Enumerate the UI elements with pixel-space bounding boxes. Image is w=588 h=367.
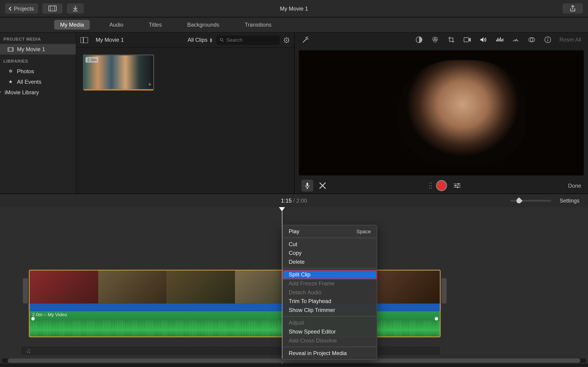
video-preview[interactable]: [299, 50, 584, 175]
disclosure-triangle-icon[interactable]: [0, 91, 1, 93]
menu-item-copy[interactable]: Copy: [283, 249, 377, 258]
speed-icon[interactable]: [511, 35, 520, 44]
crop-icon[interactable]: [447, 35, 456, 44]
tab-audio[interactable]: Audio: [103, 20, 129, 30]
svg-point-36: [457, 183, 459, 185]
clip-filter-icon[interactable]: [527, 35, 536, 44]
svg-line-8: [222, 41, 223, 42]
filmstrip-icon: [8, 47, 14, 52]
done-button[interactable]: Done: [568, 183, 581, 189]
download-button[interactable]: [67, 3, 84, 14]
reset-all-button[interactable]: Reset All: [560, 36, 581, 43]
video-track[interactable]: [29, 270, 441, 303]
tab-transitions[interactable]: Transitions: [239, 20, 277, 30]
magic-wand-icon[interactable]: [301, 35, 310, 44]
media-toolbar: My Movie 1 All Clips ▲▼: [76, 33, 294, 48]
chevron-left-icon: [9, 6, 13, 10]
svg-point-37: [454, 185, 456, 186]
svg-point-28: [431, 183, 432, 184]
playhead-marker-icon[interactable]: [279, 207, 285, 211]
preview-frame-content: [398, 60, 527, 165]
zoom-slider-thumb[interactable]: [515, 197, 523, 204]
info-icon[interactable]: [544, 35, 552, 44]
background-music-well[interactable]: ♫: [20, 346, 441, 356]
voiceover-options-icon[interactable]: [453, 183, 461, 189]
menu-item-trim-to-playhead[interactable]: Trim To Playhead: [283, 297, 377, 306]
timecode-sep: /: [293, 198, 295, 204]
star-icon: ★: [8, 79, 14, 84]
timeline-clip[interactable]: 2.0m – My Video: [29, 270, 441, 337]
menu-item-split-clip[interactable]: Split Clip: [283, 270, 377, 279]
audio-track[interactable]: 2.0m – My Video: [29, 311, 441, 337]
search-input[interactable]: [226, 37, 276, 43]
svg-point-24: [547, 38, 548, 39]
close-voiceover-button[interactable]: [318, 181, 327, 190]
menu-item-play[interactable]: Play Space: [283, 227, 377, 236]
record-button[interactable]: [436, 180, 447, 191]
menu-item-show-speed-editor[interactable]: Show Speed Editor: [283, 327, 377, 336]
menu-separator: [283, 316, 377, 317]
tab-titles[interactable]: Titles: [143, 20, 168, 30]
tab-backgrounds[interactable]: Backgrounds: [181, 20, 225, 30]
add-clip-icon[interactable]: +: [148, 81, 152, 87]
video-frame-thumb: [166, 271, 235, 304]
audio-keyframe[interactable]: [31, 317, 35, 320]
video-frame-thumb: [98, 271, 166, 304]
main-area: PROJECT MEDIA My Movie 1 LIBRARIES ✲ Pho…: [0, 33, 588, 194]
filter-label: All Clips: [188, 37, 208, 43]
menu-shortcut: Space: [356, 228, 371, 234]
share-icon: [570, 5, 576, 12]
timeline-header: 1:15 / 2:00 Settings: [0, 194, 588, 207]
tab-my-media[interactable]: My Media: [54, 20, 90, 30]
media-browser: My Movie 1 All Clips ▲▼ 2.0m +: [76, 33, 295, 194]
sidebar-photos-label: Photos: [17, 68, 34, 75]
sidebar-all-events-label: All Events: [17, 79, 42, 85]
photos-icon: ✲: [8, 69, 14, 74]
clips-filter-dropdown[interactable]: All Clips ▲▼: [188, 37, 213, 43]
timeline-clip-bar[interactable]: [29, 303, 441, 311]
svg-point-13: [308, 39, 309, 39]
audio-keyframe[interactable]: [435, 317, 438, 320]
search-box[interactable]: [216, 35, 280, 45]
menu-item-reveal-in-project-media[interactable]: Reveal in Project Media: [283, 349, 377, 358]
timeline-settings-button[interactable]: Settings: [560, 198, 579, 204]
sidebar-header-project-media: PROJECT MEDIA: [0, 33, 76, 44]
menu-item-delete[interactable]: Delete: [283, 257, 377, 266]
timecode-duration: 2:00: [296, 198, 307, 204]
menu-item-detach-audio: Detach Audio: [283, 288, 377, 297]
music-note-icon: ♫: [26, 347, 31, 355]
svg-rect-18: [464, 38, 468, 42]
menu-item-cut[interactable]: Cut: [283, 240, 377, 249]
layout-toggle-icon[interactable]: [80, 37, 88, 43]
color-balance-icon[interactable]: [415, 35, 423, 44]
svg-point-11: [307, 36, 308, 37]
color-correction-icon[interactable]: [431, 35, 439, 44]
media-tabs: My Media Audio Titles Backgrounds Transi…: [0, 17, 588, 33]
sidebar-item-imovie-library[interactable]: iMovie Library: [0, 87, 76, 98]
clip-thumbnail[interactable]: 2.0m +: [83, 55, 154, 90]
microphone-button[interactable]: [301, 180, 313, 192]
clip-trim-handle-right[interactable]: [441, 278, 447, 304]
svg-point-31: [429, 188, 430, 189]
audio-clip-label: 2.0m – My Video: [32, 312, 67, 317]
svg-point-38: [457, 186, 458, 188]
share-button[interactable]: [562, 3, 583, 14]
projects-back-button[interactable]: Projects: [5, 3, 38, 14]
clip-duration-badge: 2.0m: [86, 57, 98, 63]
drag-handle-icon[interactable]: [429, 182, 433, 190]
stabilization-icon[interactable]: [463, 35, 472, 44]
download-arrow-icon: [72, 6, 78, 11]
import-media-button[interactable]: ♪: [42, 3, 62, 14]
volume-icon[interactable]: [479, 35, 488, 44]
clip-trim-handle-left[interactable]: [23, 278, 28, 304]
sidebar-item-photos[interactable]: ✲ Photos: [0, 66, 76, 77]
noise-reduction-icon[interactable]: [495, 35, 504, 44]
svg-point-29: [429, 185, 430, 186]
zoom-slider[interactable]: [510, 200, 551, 201]
sidebar-item-project[interactable]: My Movie 1: [0, 44, 76, 55]
microphone-icon: [305, 182, 310, 189]
menu-item-show-clip-trimmer[interactable]: Show Clip Trimmer: [283, 306, 377, 315]
preview-panel: Reset All Done: [295, 33, 588, 194]
settings-gear-button[interactable]: [283, 36, 290, 43]
sidebar-item-all-events[interactable]: ★ All Events: [0, 77, 76, 87]
